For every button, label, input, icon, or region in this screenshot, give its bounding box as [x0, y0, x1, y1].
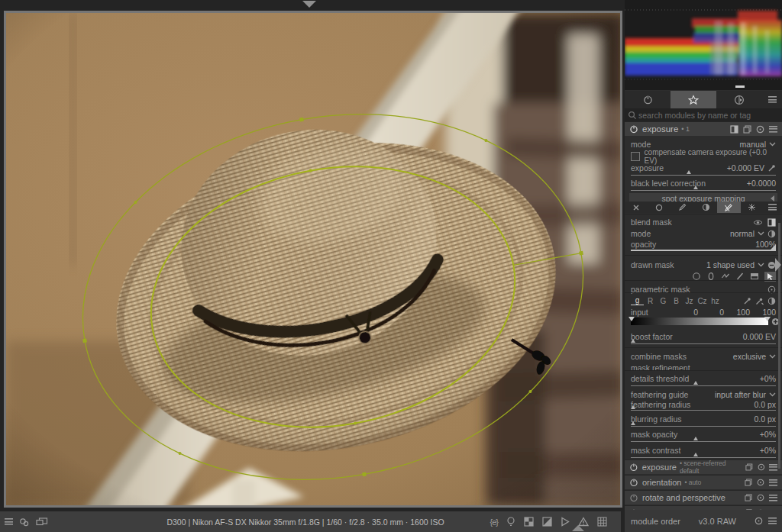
blend-parametric-tab[interactable] [694, 202, 717, 213]
blend-off-tab[interactable] [625, 202, 648, 213]
histogram-waveform[interactable] [625, 0, 782, 90]
clipping-indicator-icon[interactable] [524, 517, 534, 527]
module-presets-icon[interactable] [769, 126, 777, 133]
channel-hz-tab[interactable]: hz [709, 297, 722, 305]
slider-marker[interactable] [687, 170, 691, 174]
module-power-icon[interactable] [629, 463, 638, 472]
exposure-module-header[interactable]: exposure • 1 [625, 121, 782, 136]
multi-instance-icon[interactable] [745, 479, 752, 486]
slider-marker[interactable] [631, 421, 635, 425]
slider-track[interactable] [631, 343, 776, 344]
feathering-guide-value[interactable]: input after blur [715, 390, 766, 399]
pipeline-version[interactable]: v3.0 RAW [680, 517, 755, 526]
guides-grid-icon[interactable] [597, 517, 607, 527]
gradient-marker-right[interactable] [764, 317, 771, 321]
slider-track[interactable] [631, 385, 776, 386]
color-picker-icon[interactable] [767, 164, 776, 172]
overlay-circles-icon[interactable] [19, 517, 30, 527]
module-row-rotate-perspective[interactable]: rotate and perspective [625, 490, 782, 505]
slider-track[interactable] [631, 190, 776, 191]
blend-drawn-parametric-tab[interactable] [717, 202, 740, 213]
filmstrip-collapse-arrow[interactable] [572, 525, 584, 531]
picker-range-icon[interactable] [755, 297, 764, 305]
slider-track[interactable] [631, 175, 776, 176]
channel-Cz-tab[interactable]: Cz [696, 297, 709, 305]
feathering-radius-value[interactable]: 0.0 px [754, 400, 776, 409]
photo-canvas[interactable] [6, 13, 620, 505]
raw-overexposed-icon[interactable] [506, 517, 515, 527]
chevron-down-icon[interactable] [769, 354, 776, 359]
gradient-marker-left[interactable] [629, 317, 635, 321]
reset-icon[interactable] [755, 517, 763, 525]
slider-track[interactable] [631, 426, 776, 427]
slider-marker[interactable] [693, 453, 698, 456]
slider-track[interactable] [631, 410, 776, 411]
input-value-0[interactable]: 0 [672, 308, 698, 317]
overexposed-icon[interactable] [542, 517, 552, 527]
channel-G-tab[interactable]: G [657, 297, 670, 305]
multi-instance-icon[interactable] [745, 463, 753, 471]
details-threshold-value[interactable]: +0% [760, 374, 776, 383]
panel-menu-button[interactable] [762, 91, 782, 108]
slider-marker[interactable] [693, 437, 698, 440]
picker-icon[interactable] [743, 297, 751, 305]
chevron-down-icon[interactable] [758, 263, 764, 267]
multi-instance-icon[interactable] [745, 494, 752, 501]
mask-opacity-value[interactable]: +0% [760, 430, 776, 439]
chevron-down-icon[interactable] [769, 392, 776, 397]
slider-track[interactable] [631, 441, 776, 442]
bottom-menu-icon[interactable] [5, 518, 13, 525]
tab-active-modules[interactable] [625, 91, 671, 108]
blend-uniform-tab[interactable] [648, 202, 671, 213]
module-presets-icon[interactable] [769, 464, 777, 471]
slider-track[interactable] [631, 250, 776, 251]
module-order-presets-icon[interactable] [768, 517, 777, 524]
slider-marker[interactable] [631, 405, 635, 409]
blurring-radius-value[interactable]: 0.0 px [754, 414, 776, 424]
parametric-gradient-slider[interactable] [631, 318, 768, 325]
reset-icon[interactable] [757, 479, 764, 486]
reset-icon[interactable] [757, 494, 764, 501]
blend-menu-tab[interactable] [764, 202, 782, 213]
slider-marker[interactable] [693, 185, 698, 189]
second-window-icon[interactable] [36, 517, 48, 527]
module-power-icon[interactable] [629, 478, 638, 487]
drawn-mask-value[interactable]: 1 shape used [706, 260, 755, 269]
input-value-1[interactable]: 0 [698, 308, 724, 317]
blend-mode-value[interactable]: normal [730, 229, 755, 238]
blend-raster-tab[interactable] [741, 202, 764, 213]
chevron-down-icon[interactable] [769, 142, 776, 147]
search-input[interactable] [637, 110, 779, 121]
input-value-3[interactable]: 100 [750, 308, 776, 317]
slider-marker[interactable] [693, 381, 698, 385]
invert-half-circle-icon[interactable] [767, 230, 776, 238]
tab-favourite-modules[interactable] [671, 91, 716, 108]
blend-drawn-tab[interactable] [671, 202, 694, 213]
module-presets-icon[interactable] [769, 479, 777, 486]
combine-masks-value[interactable]: exclusive [733, 352, 766, 361]
black-level-value[interactable]: +0.0000 [747, 179, 776, 188]
slider-marker[interactable] [631, 339, 635, 343]
invert-half-circle-icon[interactable] [767, 297, 776, 305]
top-panel-collapse-arrow[interactable] [302, 1, 316, 8]
reset-icon[interactable] [758, 463, 765, 471]
multi-instance-icon[interactable] [743, 125, 751, 134]
mask-contrast-value[interactable]: +0% [760, 446, 776, 455]
channel-R-tab[interactable]: R [644, 297, 657, 305]
compensate-checkbox[interactable] [631, 152, 640, 161]
iso12646-icon[interactable]: {e} [490, 517, 498, 527]
display-mask-icon[interactable] [767, 218, 776, 227]
right-panel-collapse-arrow[interactable] [775, 258, 781, 272]
channel-Jz-tab[interactable]: Jz [683, 297, 696, 305]
tab-presets[interactable] [716, 91, 762, 108]
module-power-icon[interactable] [629, 493, 638, 502]
mask-indicator-icon[interactable] [730, 125, 738, 134]
boost-factor-value[interactable]: 0.000 EV [743, 332, 776, 341]
module-power-icon[interactable] [629, 124, 638, 134]
slider-track[interactable] [631, 457, 776, 458]
channel-B-tab[interactable]: B [670, 297, 683, 305]
eye-icon[interactable] [753, 219, 763, 226]
module-row-exposure[interactable]: exposure • scene-referred default [625, 459, 782, 474]
input-value-2[interactable]: 100 [724, 308, 750, 317]
chevron-down-icon[interactable] [758, 231, 764, 236]
